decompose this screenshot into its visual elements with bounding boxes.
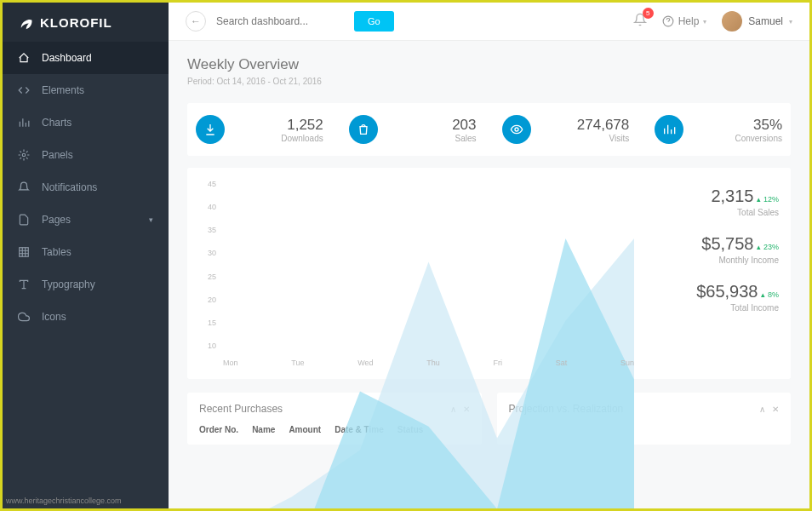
stats-row: 1,252Downloads203Sales274,678Visits35%Co… <box>187 103 791 156</box>
home-icon <box>18 52 30 64</box>
stat-label: Downloads <box>235 134 323 143</box>
nav-label: Panels <box>42 149 73 161</box>
search-input[interactable] <box>216 15 344 27</box>
page-subtitle: Period: Oct 14, 2016 - Oct 21, 2016 <box>187 77 791 86</box>
nav-label: Typography <box>42 278 95 290</box>
y-tick: 20 <box>199 296 216 304</box>
sidebar-item-pages[interactable]: Pages▾ <box>3 204 169 236</box>
help-label: Help <box>678 15 700 27</box>
leaf-icon <box>18 14 33 30</box>
user-menu[interactable]: Samuel ▾ <box>722 11 792 32</box>
brand-name: KLOROFIL <box>40 15 112 30</box>
help-button[interactable]: Help ▾ <box>662 15 707 27</box>
nav-label: Charts <box>42 117 71 129</box>
y-tick: 30 <box>199 249 216 257</box>
main: ← Go 5 Help ▾ Samuel ▾ <box>169 3 809 508</box>
stat-value: 203 <box>388 117 477 134</box>
close-icon[interactable]: ✕ <box>772 405 779 414</box>
back-button[interactable]: ← <box>186 11 206 32</box>
x-tick: Tue <box>291 359 304 367</box>
x-tick: Mon <box>223 359 238 367</box>
side-stat-delta: ▴ 12% <box>757 195 779 204</box>
file-icon <box>18 214 30 226</box>
side-stat: $65,938▴ 8%Total Income <box>651 282 779 313</box>
x-tick: Sun <box>620 359 634 367</box>
topbar: ← Go 5 Help ▾ Samuel ▾ <box>169 3 809 41</box>
sidebar-item-tables[interactable]: Tables <box>3 236 169 268</box>
avatar <box>722 11 742 32</box>
content: Weekly Overview Period: Oct 14, 2016 - O… <box>169 41 809 508</box>
svg-rect-1 <box>20 248 29 257</box>
chevron-down-icon: ▾ <box>149 215 153 224</box>
stat-conversions: 35%Conversions <box>655 115 782 144</box>
nav-label: Notifications <box>42 181 97 193</box>
side-stat-label: Total Sales <box>651 208 779 217</box>
x-tick: Thu <box>426 359 440 367</box>
nav-label: Elements <box>42 84 84 96</box>
x-tick: Fri <box>494 359 503 367</box>
side-stat-label: Total Income <box>651 303 779 313</box>
grid-icon <box>18 246 30 258</box>
y-tick: 35 <box>199 226 216 234</box>
sidebar: KLOROFIL DashboardElementsChartsPanelsNo… <box>3 3 169 508</box>
y-tick: 10 <box>199 342 216 350</box>
stat-visits: 274,678Visits <box>502 115 630 144</box>
y-tick: 45 <box>199 180 216 188</box>
stat-value: 274,678 <box>541 117 630 134</box>
sidebar-item-typography[interactable]: Typography <box>3 268 169 301</box>
stat-sales: 203Sales <box>349 115 477 144</box>
notifications-button[interactable]: 5 <box>633 13 647 30</box>
svg-point-0 <box>22 153 26 157</box>
nav-label: Dashboard <box>42 52 92 64</box>
collapse-icon[interactable]: ∧ <box>759 405 765 414</box>
nav-label: Pages <box>42 214 71 226</box>
side-stat-delta: ▴ 8% <box>761 290 779 299</box>
nav-label: Icons <box>42 311 66 323</box>
cloud-icon <box>18 311 30 323</box>
brand: KLOROFIL <box>3 3 169 42</box>
side-stat-value: $5,758 <box>701 234 753 253</box>
go-button[interactable]: Go <box>354 11 394 32</box>
side-stat-delta: ▴ 23% <box>757 243 779 251</box>
side-stat-value: 2,315 <box>711 187 753 205</box>
type-icon <box>18 278 30 290</box>
nav-label: Tables <box>42 246 71 258</box>
side-stat: 2,315▴ 12%Total Sales <box>651 187 779 217</box>
side-stats: 2,315▴ 12%Total Sales$5,758▴ 23%Monthly … <box>651 180 779 367</box>
stat-label: Conversions <box>694 134 782 143</box>
side-stat: $5,758▴ 23%Monthly Income <box>651 234 779 265</box>
bar-chart-icon <box>18 117 30 129</box>
stat-label: Visits <box>541 134 630 143</box>
chevron-down-icon: ▾ <box>703 18 706 26</box>
notif-badge: 5 <box>643 8 654 19</box>
bag-icon <box>349 115 378 144</box>
chevron-down-icon: ▾ <box>789 18 792 26</box>
download-icon <box>196 115 225 144</box>
help-icon <box>662 15 674 27</box>
stat-downloads: 1,252Downloads <box>196 115 323 144</box>
sidebar-item-charts[interactable]: Charts <box>3 106 169 139</box>
area-chart: 4540353025201510 MonTueWedThuFriSatSun <box>199 180 634 367</box>
x-tick: Sat <box>556 359 568 367</box>
page-title: Weekly Overview <box>187 56 791 73</box>
sidebar-item-notifications[interactable]: Notifications <box>3 171 169 204</box>
side-stat-value: $65,938 <box>696 282 758 301</box>
watermark: www.heritagechristiancollege.com <box>6 497 122 505</box>
gear-icon <box>18 149 30 161</box>
sidebar-item-panels[interactable]: Panels <box>3 139 169 171</box>
side-stat-label: Monthly Income <box>651 256 779 265</box>
sidebar-item-dashboard[interactable]: Dashboard <box>3 42 169 74</box>
stat-label: Sales <box>388 134 477 143</box>
nav: DashboardElementsChartsPanelsNotificatio… <box>3 42 169 508</box>
code-icon <box>18 84 30 96</box>
bell-icon <box>18 181 30 193</box>
sidebar-item-elements[interactable]: Elements <box>3 74 169 106</box>
stat-value: 35% <box>694 117 782 134</box>
eye-icon <box>502 115 531 144</box>
chart-icon <box>655 115 683 144</box>
x-tick: Wed <box>357 359 373 367</box>
y-tick: 25 <box>199 273 216 281</box>
sidebar-item-icons[interactable]: Icons <box>3 301 169 333</box>
user-name: Samuel <box>748 15 783 27</box>
stat-value: 1,252 <box>235 117 323 134</box>
